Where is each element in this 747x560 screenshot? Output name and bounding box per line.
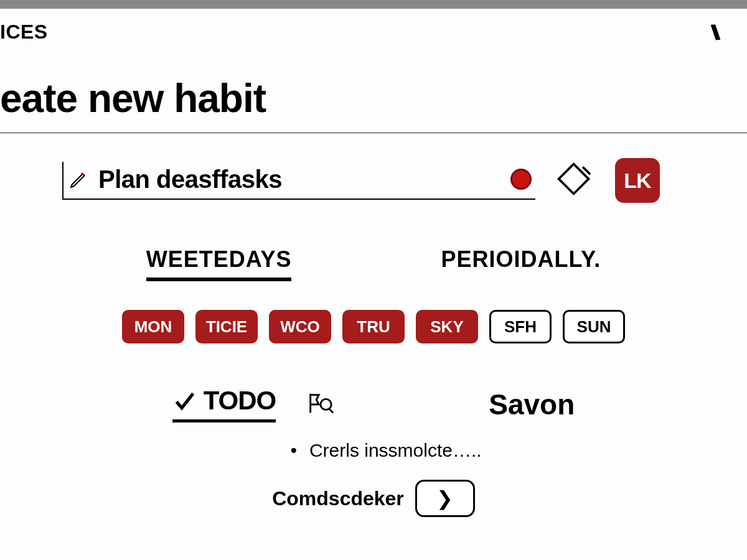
window-top-strip <box>0 0 747 9</box>
pencil-icon <box>68 169 90 190</box>
day-fri[interactable]: SKY <box>416 310 478 343</box>
icon-picker-button[interactable] <box>553 158 598 203</box>
day-sun[interactable]: SUN <box>563 310 625 343</box>
day-mon[interactable]: MON <box>122 310 184 343</box>
todo-label: TODO <box>204 386 276 416</box>
color-indicator[interactable] <box>510 169 532 190</box>
search-flag-icon <box>306 390 334 419</box>
lightning-icon: ❯ <box>436 487 453 510</box>
habit-name-input[interactable] <box>98 166 502 194</box>
habit-name-field[interactable] <box>62 162 535 200</box>
day-wed[interactable]: WCO <box>269 310 331 343</box>
day-tue[interactable]: TICIE <box>195 310 258 343</box>
tag-row: TODO Savon <box>0 343 747 422</box>
weekday-picker: MON TICIE WCO TRU SKY SFH SUN <box>0 281 747 343</box>
collapse-icon[interactable]: \\ <box>710 19 729 45</box>
confirm-label: LK <box>624 169 651 193</box>
hint-text: Crerls inssmolcte….. <box>0 422 747 461</box>
svg-point-1 <box>321 399 331 409</box>
confirm-button[interactable]: LK <box>615 158 660 203</box>
picker-button[interactable]: ❯ <box>415 480 475 517</box>
todo-tag[interactable]: TODO <box>172 386 276 422</box>
habit-name-row: LK <box>0 133 747 203</box>
picker-label: Comdscdeker <box>272 487 404 510</box>
schedule-tabs: WEETEDAYS PERIOIDALLY. <box>0 203 747 281</box>
header: ICES \\ <box>0 9 747 44</box>
search-tag[interactable] <box>306 390 334 419</box>
page-title: eate new habit <box>0 44 747 133</box>
check-icon <box>172 388 197 413</box>
breadcrumb[interactable]: ICES <box>0 21 48 44</box>
day-sat[interactable]: SFH <box>489 310 552 343</box>
savon-label[interactable]: Savon <box>489 388 575 421</box>
tab-periodically[interactable]: PERIOIDALLY. <box>441 246 601 281</box>
tab-weekdays[interactable]: WEETEDAYS <box>146 246 292 281</box>
day-thu[interactable]: TRU <box>342 310 405 343</box>
picker-row: Comdscdeker ❯ <box>0 461 747 517</box>
diamond-icon <box>557 162 593 198</box>
